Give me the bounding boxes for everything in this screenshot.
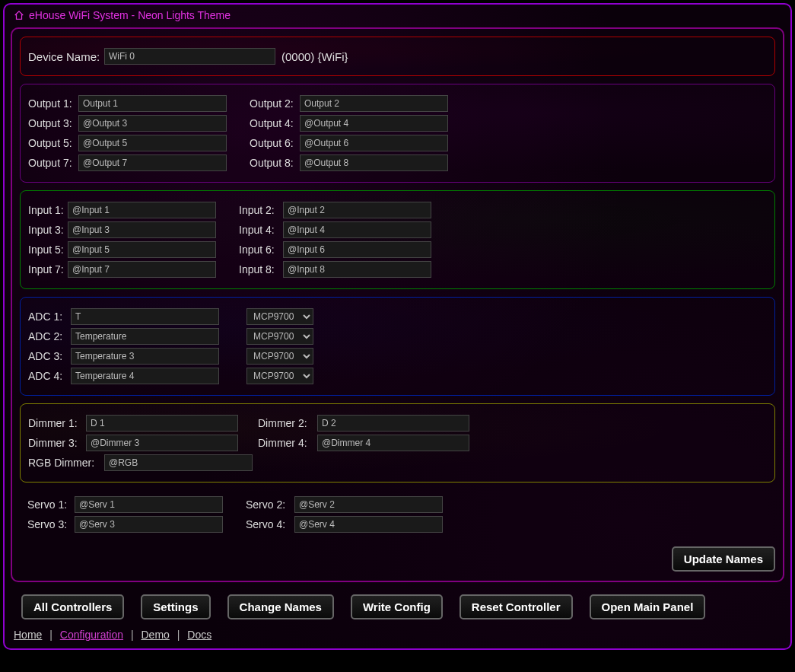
window-title: eHouse WiFi System - Neon Lights Theme (29, 9, 231, 21)
adc-label: ADC 2: (28, 330, 71, 342)
input-8-input[interactable] (283, 261, 431, 278)
dimmer-3-input[interactable] (86, 435, 238, 451)
input-label: Input 4: (239, 224, 283, 236)
servo-3-input[interactable] (75, 516, 223, 533)
adc-1-select[interactable]: MCP9700 (246, 308, 313, 325)
footer-docs-link[interactable]: Docs (187, 629, 211, 641)
footer-links: Home | Configuration | Demo | Docs (11, 624, 784, 642)
dimmer-label: Dimmer 3: (28, 437, 86, 449)
input-5-input[interactable] (68, 241, 216, 258)
home-icon (14, 10, 24, 21)
output-8-input[interactable] (300, 154, 448, 171)
device-group: Device Name: (0000) {WiFi} (20, 37, 775, 76)
output-label: Output 6: (250, 137, 300, 149)
footer-home-link[interactable]: Home (14, 629, 42, 641)
dimmer-4-input[interactable] (317, 435, 469, 451)
adc-label: ADC 3: (28, 350, 71, 362)
adc-4-input[interactable] (71, 368, 219, 384)
adc-label: ADC 4: (28, 370, 71, 382)
device-label: Device Name: (28, 50, 104, 63)
adc-3-input[interactable] (71, 348, 219, 365)
dimmer-2-input[interactable] (317, 415, 469, 432)
output-5-input[interactable] (78, 135, 227, 151)
servo-2-input[interactable] (294, 496, 443, 513)
output-label: Output 1: (28, 97, 78, 110)
servo-label: Servo 3: (27, 518, 75, 530)
footer-configuration-link[interactable]: Configuration (60, 629, 123, 641)
input-label: Input 5: (28, 244, 68, 256)
separator: | (131, 629, 134, 641)
dimmer-label: Dimmer 2: (258, 417, 317, 429)
separator: | (49, 629, 52, 641)
adc-3-select[interactable]: MCP9700 (246, 348, 313, 365)
adc-label: ADC 1: (28, 311, 71, 323)
output-1-input[interactable] (78, 95, 227, 112)
main-window: eHouse WiFi System - Neon Lights Theme D… (3, 3, 792, 650)
output-7-input[interactable] (78, 154, 227, 171)
output-label: Output 8: (250, 157, 300, 169)
servo-4-input[interactable] (294, 516, 443, 533)
input-3-input[interactable] (68, 221, 216, 238)
device-suffix: (0000) {WiFi} (281, 50, 348, 63)
input-4-input[interactable] (283, 221, 431, 238)
output-label: Output 7: (28, 157, 78, 169)
servo-label: Servo 1: (27, 498, 75, 511)
output-4-input[interactable] (300, 115, 448, 132)
input-7-input[interactable] (68, 261, 216, 278)
change-names-button[interactable]: Change Names (227, 594, 334, 619)
bottom-toolbar: All Controllers Settings Change Names Wr… (11, 582, 784, 624)
servo-label: Servo 2: (246, 498, 294, 511)
input-label: Input 3: (28, 224, 68, 236)
output-2-input[interactable] (300, 95, 448, 112)
reset-controller-button[interactable]: Reset Controller (460, 594, 573, 619)
outputs-group: Output 1: Output 2: Output 3: Output 4: … (20, 84, 775, 183)
adc-2-select[interactable]: MCP9700 (246, 328, 313, 345)
rgb-dimmer-input[interactable] (104, 454, 253, 471)
dimmers-group: Dimmer 1: Dimmer 2: Dimmer 3: Dimmer 4: … (20, 403, 775, 483)
input-6-input[interactable] (283, 241, 431, 258)
device-name-input[interactable] (104, 48, 275, 65)
separator: | (177, 629, 180, 641)
input-label: Input 8: (239, 263, 283, 275)
rgb-label: RGB Dimmer: (28, 457, 104, 469)
titlebar: eHouse WiFi System - Neon Lights Theme (11, 8, 784, 27)
servo-1-input[interactable] (75, 496, 223, 513)
settings-button[interactable]: Settings (141, 594, 210, 619)
content-panel: Device Name: (0000) {WiFi} Output 1: Out… (11, 27, 784, 582)
input-label: Input 6: (239, 244, 283, 256)
output-6-input[interactable] (300, 135, 448, 151)
output-label: Output 4: (250, 117, 300, 129)
adc-1-input[interactable] (71, 308, 219, 325)
open-main-panel-button[interactable]: Open Main Panel (590, 594, 706, 619)
adc-4-select[interactable]: MCP9700 (246, 368, 313, 384)
input-label: Input 7: (28, 263, 68, 275)
dimmer-label: Dimmer 1: (28, 417, 86, 429)
inputs-group: Input 1: Input 2: Input 3: Input 4: Inpu… (20, 190, 775, 289)
adc-2-input[interactable] (71, 328, 219, 345)
all-controllers-button[interactable]: All Controllers (21, 594, 124, 619)
input-label: Input 2: (239, 204, 283, 216)
servos-group: Servo 1: Servo 2: Servo 3: Servo 4: (20, 490, 775, 543)
update-names-button[interactable]: Update Names (672, 546, 775, 572)
dimmer-label: Dimmer 4: (258, 437, 317, 449)
footer-demo-link[interactable]: Demo (141, 629, 169, 641)
output-label: Output 5: (28, 137, 78, 149)
output-label: Output 3: (28, 117, 78, 129)
input-label: Input 1: (28, 204, 68, 216)
servo-label: Servo 4: (246, 518, 294, 530)
write-config-button[interactable]: Write Config (351, 594, 443, 619)
dimmer-1-input[interactable] (86, 415, 238, 432)
input-2-input[interactable] (283, 202, 431, 218)
input-1-input[interactable] (68, 202, 216, 218)
adc-group: ADC 1: MCP9700 ADC 2: MCP9700 ADC 3: MCP… (20, 297, 775, 396)
output-3-input[interactable] (78, 115, 227, 132)
output-label: Output 2: (250, 97, 300, 110)
